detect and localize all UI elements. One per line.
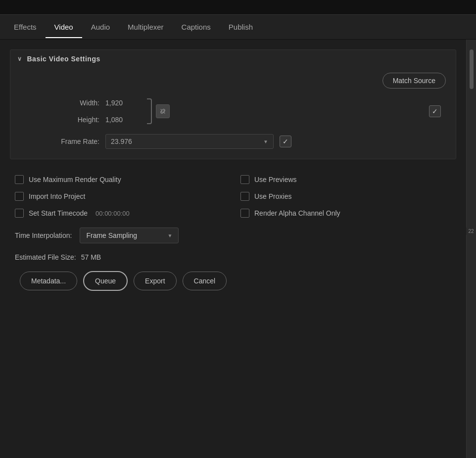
metadata-button[interactable]: Metadata... (20, 272, 77, 290)
max-render-option[interactable]: Use Maximum Render Quality (15, 175, 226, 184)
tab-video[interactable]: Video (46, 16, 82, 38)
framerate-checkbox[interactable]: ✓ (280, 136, 291, 147)
interpolation-arrow: ▼ (168, 233, 173, 238)
bracket-shape (147, 98, 152, 124)
height-label: Height: (50, 116, 99, 124)
section-title: Basic Video Settings (27, 55, 100, 63)
export-button[interactable]: Export (134, 272, 176, 290)
set-start-timecode-label: Set Start Timecode (29, 209, 88, 217)
render-alpha-label: Render Alpha Channel Only (254, 209, 340, 217)
tab-effects[interactable]: Effects (5, 16, 46, 38)
match-source-row: Match Source (20, 73, 446, 89)
framerate-label: Frame Rate: (20, 137, 99, 145)
width-value[interactable]: 1,920 (105, 99, 145, 107)
use-proxies-label: Use Proxies (254, 192, 291, 200)
main-content: ∨ Basic Video Settings Match Source Widt… (0, 40, 476, 458)
tab-publish[interactable]: Publish (220, 16, 262, 38)
render-alpha-option[interactable]: Render Alpha Channel Only (240, 209, 451, 218)
framerate-dropdown-arrow: ▼ (263, 139, 268, 144)
dimension-fields: Width: 1,920 Height: 1,080 (50, 99, 145, 124)
section-collapse-icon[interactable]: ∨ (17, 55, 22, 62)
set-start-timecode-option[interactable]: Set Start Timecode 00:00:00:00 (15, 209, 226, 218)
export-options: Use Maximum Render Quality Use Previews … (10, 167, 456, 304)
filesize-row: Estimated File Size: 57 MB (15, 253, 451, 261)
import-project-label: Import Into Project (29, 192, 85, 200)
framerate-dropdown[interactable]: 23.976 ▼ (105, 134, 274, 149)
max-render-label: Use Maximum Render Quality (29, 176, 121, 183)
section-body: Match Source Width: 1,920 Height: 1,080 (10, 68, 456, 159)
use-previews-label: Use Previews (254, 176, 297, 183)
use-previews-checkbox[interactable] (240, 175, 249, 184)
tab-audio[interactable]: Audio (82, 16, 119, 38)
basic-video-settings-section: ∨ Basic Video Settings Match Source Widt… (10, 49, 456, 159)
scrollbar-thumb[interactable] (470, 49, 474, 89)
interpolation-value: Frame Sampling (86, 231, 167, 239)
options-grid: Use Maximum Render Quality Use Previews … (15, 175, 451, 218)
queue-button[interactable]: Queue (83, 271, 128, 291)
cancel-button[interactable]: Cancel (183, 272, 227, 290)
tab-bar: Effects Video Audio Multiplexer Captions… (0, 15, 476, 40)
use-proxies-checkbox[interactable] (240, 192, 249, 201)
interpolation-row: Time Interpolation: Frame Sampling ▼ (15, 228, 451, 243)
filesize-label: Estimated File Size: (15, 253, 76, 261)
aspect-ratio-checkbox[interactable]: ✓ (429, 105, 441, 117)
render-alpha-checkbox[interactable] (240, 209, 249, 218)
filesize-value: 57 MB (81, 253, 101, 261)
scrollbar-track (470, 40, 474, 458)
action-bar: Metadata... Queue Export Cancel (15, 261, 451, 296)
use-previews-option[interactable]: Use Previews (240, 175, 451, 184)
scrollbar[interactable]: 22 (466, 40, 476, 458)
set-start-timecode-checkbox[interactable] (15, 209, 24, 218)
framerate-value: 23.976 (111, 137, 263, 145)
content-area: ∨ Basic Video Settings Match Source Widt… (0, 40, 466, 458)
height-value[interactable]: 1,080 (105, 116, 145, 124)
match-source-button[interactable]: Match Source (382, 73, 446, 89)
tab-multiplexer[interactable]: Multiplexer (119, 16, 173, 38)
aspect-bracket (147, 98, 152, 124)
width-row: Width: 1,920 (50, 99, 145, 107)
aspect-ratio-link-button[interactable] (156, 104, 170, 118)
timecode-value[interactable]: 00:00:00:00 (95, 210, 130, 217)
max-render-checkbox[interactable] (15, 175, 24, 184)
preview-area (0, 0, 476, 15)
import-project-checkbox[interactable] (15, 192, 24, 201)
side-number: 22 (466, 228, 476, 235)
import-project-option[interactable]: Import Into Project (15, 192, 226, 201)
tab-captions[interactable]: Captions (173, 16, 220, 38)
framerate-row: Frame Rate: 23.976 ▼ ✓ (20, 134, 446, 149)
height-row: Height: 1,080 (50, 116, 145, 124)
section-header: ∨ Basic Video Settings (10, 50, 456, 68)
interpolation-dropdown[interactable]: Frame Sampling ▼ (80, 228, 179, 243)
use-proxies-option[interactable]: Use Proxies (240, 192, 451, 201)
width-label: Width: (50, 99, 99, 107)
interpolation-label: Time Interpolation: (15, 231, 72, 239)
